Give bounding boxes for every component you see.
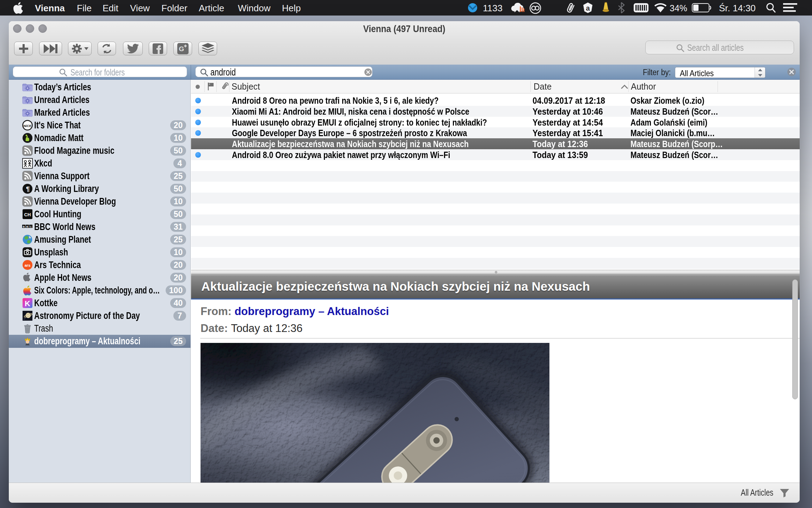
svg-text:¶: ¶ [26, 185, 30, 193]
svg-text:G: G [179, 45, 184, 53]
svg-text:B: B [23, 225, 25, 228]
svg-text:ars: ars [25, 263, 31, 267]
svg-text:K: K [25, 299, 30, 308]
svg-text:B: B [26, 225, 29, 228]
svg-text:a: a [586, 4, 590, 12]
svg-text:C: C [30, 225, 32, 228]
svg-text:CH: CH [24, 212, 31, 217]
svg-text:NiCE: NiCE [24, 124, 32, 128]
